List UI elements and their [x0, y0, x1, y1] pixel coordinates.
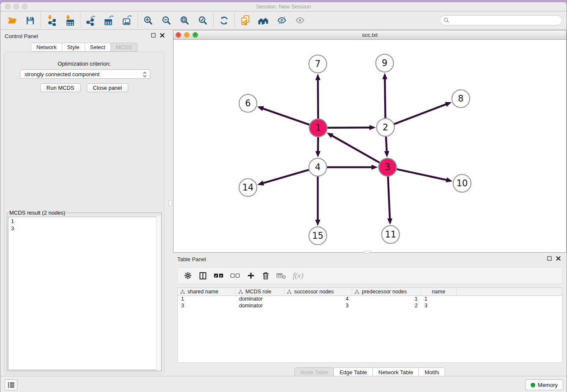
result-scrollbar[interactable] [156, 216, 161, 370]
export-table-button[interactable] [100, 13, 118, 28]
graph-node-4[interactable]: 4 [309, 158, 327, 176]
arrowhead-icon [315, 74, 320, 80]
mcds-result-text[interactable]: 1 3 [8, 217, 160, 370]
sort-icon [355, 290, 359, 294]
export-image-icon [122, 15, 132, 26]
home-button[interactable] [254, 13, 272, 28]
column-header-predecessor-nodes[interactable]: predecessor nodes [352, 288, 421, 295]
close-panel-icon[interactable] [556, 256, 561, 261]
main-toolbar [0, 11, 567, 30]
optimization-criterion-label: Optimization criterion: [4, 61, 164, 67]
memory-button[interactable]: Memory [525, 379, 563, 390]
zoom-selected-button[interactable] [194, 13, 212, 28]
graph-edge-2-8[interactable] [394, 104, 447, 124]
graph-node-14[interactable]: 14 [239, 179, 257, 196]
vertical-splitter-handle[interactable] [168, 200, 172, 206]
column-header-name[interactable]: name [421, 288, 457, 295]
export-image-button[interactable] [118, 13, 136, 28]
graph-node-3[interactable]: 3 [379, 158, 396, 176]
graph-edge-2-9[interactable] [385, 78, 385, 118]
run-mcds-button[interactable]: Run MCDS [40, 83, 81, 92]
tab-mcds[interactable]: MCDS [111, 43, 138, 52]
column-header-shared-name[interactable]: shared name [178, 288, 236, 295]
close-panel-icon[interactable] [160, 33, 165, 38]
graph-node-7[interactable]: 7 [309, 55, 327, 73]
node-table: shared nameMCDS rolesuccessor nodesprede… [177, 287, 562, 363]
toolbar-separator [41, 13, 41, 28]
apply-layout-button[interactable] [215, 13, 233, 28]
clone-network-button[interactable] [236, 13, 254, 28]
table-row[interactable]: 3dominator323 [178, 303, 562, 309]
delete-table-button[interactable] [276, 272, 286, 279]
memory-label: Memory [538, 382, 558, 388]
graph-node-2[interactable]: 2 [377, 119, 394, 136]
table-header-row: shared nameMCDS rolesuccessor nodesprede… [178, 288, 562, 296]
open-session-button[interactable] [3, 13, 21, 28]
graph-node-10[interactable]: 10 [453, 174, 471, 192]
graph-edge-3-11[interactable] [388, 177, 390, 219]
node-label: 4 [315, 162, 320, 172]
import-network-button[interactable] [42, 13, 61, 28]
import-table-button[interactable] [61, 13, 79, 28]
toolbar-separator [138, 13, 138, 28]
open-folder-icon [7, 15, 18, 25]
memory-status-dot [531, 383, 535, 387]
horizontal-splitter-handle[interactable] [363, 251, 370, 254]
eye-slash-icon [276, 15, 287, 25]
search-input[interactable] [451, 17, 559, 24]
network-canvas[interactable]: 7968124314101511 [173, 40, 566, 252]
graph-edge-3-1[interactable] [331, 135, 380, 163]
graph-edge-4-14[interactable] [263, 170, 309, 183]
graph-edge-1-6[interactable] [262, 108, 309, 125]
graph-node-11[interactable]: 11 [382, 226, 399, 243]
float-panel-icon[interactable] [547, 256, 552, 261]
select-all-button[interactable] [214, 272, 224, 279]
arrowhead-icon [257, 181, 264, 186]
table-cell: 1 [352, 296, 421, 303]
zoom-in-button[interactable] [139, 13, 157, 28]
mcds-result-group: MCDS result (2 nodes) 1 3 [7, 210, 162, 371]
table-panel-header: Table Panel [173, 253, 567, 265]
zoom-selected-icon [198, 15, 208, 26]
graph-node-9[interactable]: 9 [376, 54, 394, 72]
delete-column-button[interactable] [261, 271, 270, 280]
table-body: 1dominator4113dominator323 [178, 296, 562, 309]
function-builder-button[interactable]: f(x) [293, 271, 303, 280]
graph-edge-3-10[interactable] [397, 169, 447, 180]
tab-network[interactable]: Network [31, 43, 62, 52]
graph-edge-2-3[interactable] [386, 137, 387, 152]
close-panel-button[interactable]: Close panel [87, 83, 129, 92]
graph-node-6[interactable]: 6 [239, 94, 257, 112]
graph-node-8[interactable]: 8 [452, 90, 470, 108]
unselect-all-button[interactable] [230, 272, 240, 279]
graph-node-15[interactable]: 15 [309, 227, 327, 245]
hide-selected-button[interactable] [272, 13, 291, 28]
tab-style[interactable]: Style [62, 43, 85, 52]
column-header-mcds-role[interactable]: MCDS role [236, 288, 284, 295]
table-settings-button[interactable] [184, 271, 192, 280]
float-panel-icon[interactable] [151, 33, 156, 38]
zoom-fit-button[interactable] [176, 13, 194, 28]
column-header-successor-nodes[interactable]: successor nodes [284, 288, 352, 295]
show-all-button[interactable] [291, 13, 309, 28]
toolbar-separator [234, 13, 235, 28]
add-column-button[interactable] [247, 271, 255, 280]
table-row[interactable]: 1dominator411 [178, 296, 562, 303]
optimization-criterion-select[interactable]: strongly connected component [20, 69, 150, 79]
control-panel: Control Panel NetworkStyleSelectMCDS Opt… [0, 30, 168, 376]
graph-edge-1-7[interactable] [318, 79, 318, 119]
panels-menu-button[interactable] [5, 379, 17, 390]
graph-edge-1-2[interactable] [328, 127, 370, 128]
tab-select[interactable]: Select [85, 43, 111, 52]
graph-node-1[interactable]: 1 [309, 119, 327, 137]
zoom-fit-icon [179, 15, 190, 26]
zoom-out-button[interactable] [157, 13, 176, 28]
export-network-button[interactable] [82, 13, 100, 28]
arrowhead-icon [372, 165, 378, 170]
table-cell: 3 [178, 303, 236, 309]
unchecked-boxes-icon [230, 272, 240, 279]
show-columns-button[interactable] [198, 271, 207, 280]
save-session-button[interactable] [21, 13, 39, 28]
arrowhead-icon [383, 73, 388, 79]
toolbar-separator [213, 13, 214, 28]
